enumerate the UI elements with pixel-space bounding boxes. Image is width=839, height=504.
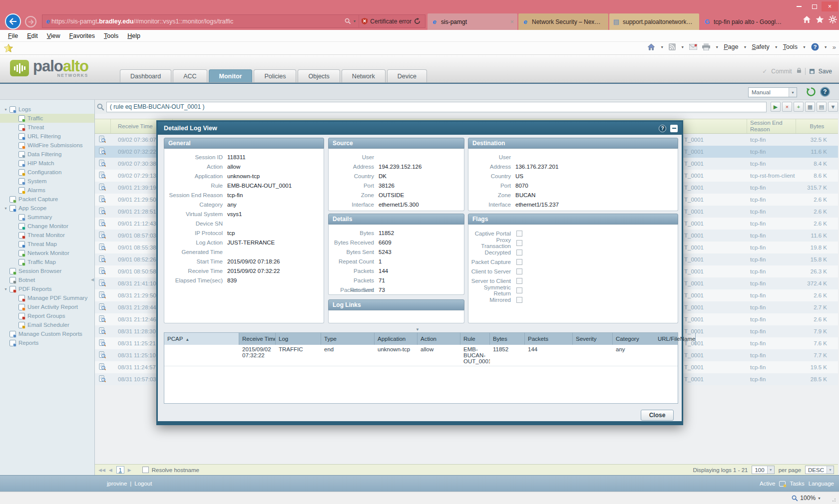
app-nav-tab[interactable]: Objects	[298, 69, 340, 82]
sidebar-item[interactable]: HIP Match	[0, 159, 94, 168]
flag-checkbox[interactable]	[516, 287, 522, 293]
mail-icon[interactable]	[689, 44, 697, 50]
page-help-icon[interactable]: ?	[820, 87, 830, 97]
related-log-row[interactable]: 2015/09/02 07:32:22TRAFFICendunknown-tcp…	[164, 345, 678, 366]
app-nav-tab[interactable]: Dashboard	[120, 69, 171, 82]
menu-item[interactable]: Edit	[23, 31, 42, 40]
safety-menu[interactable]: Safety	[752, 43, 769, 50]
help-icon[interactable]: ?	[811, 43, 819, 51]
log-detail-icon[interactable]	[95, 208, 111, 216]
log-detail-icon[interactable]	[95, 375, 111, 383]
flag-checkbox[interactable]	[516, 268, 522, 274]
home-icon[interactable]	[647, 43, 655, 50]
print-icon[interactable]	[702, 43, 710, 50]
sidebar-item[interactable]: Summary	[0, 213, 94, 222]
tree-expand-icon[interactable]: ▼	[4, 207, 9, 210]
window-maximize-button[interactable]	[807, 1, 822, 11]
export-icon[interactable]: ▼	[828, 102, 838, 112]
menu-item[interactable]: Favorites	[65, 31, 99, 40]
add-favorite-star-icon[interactable]	[4, 44, 13, 52]
print-dropdown-icon[interactable]: ▼	[715, 45, 719, 49]
first-page-icon[interactable]: ◀◀	[98, 468, 105, 473]
log-detail-icon[interactable]	[95, 315, 111, 323]
menu-item[interactable]: Tools	[100, 31, 122, 40]
flag-checkbox[interactable]	[516, 278, 522, 284]
log-detail-icon[interactable]	[95, 232, 111, 240]
url-text[interactable]: https://sis-pamgt.bradley.edu/#monitor::…	[51, 18, 342, 25]
related-logs-column-header[interactable]: Log	[276, 333, 321, 345]
zoom-dropdown-icon[interactable]: ▼	[818, 497, 821, 500]
sidebar-item[interactable]: Manage Custom Reports	[0, 329, 94, 338]
related-logs-column-header[interactable]: Severity	[573, 333, 613, 345]
refresh-mode-dropdown[interactable]: Manual ▼	[748, 87, 797, 97]
sidebar-item[interactable]: Change Monitor	[0, 222, 94, 231]
browser-tab[interactable]: tcp-fin palo alto - Google S...	[700, 13, 790, 30]
tasks-icon[interactable]	[779, 481, 786, 487]
sidebar-item[interactable]: Configuration	[0, 168, 94, 177]
address-bar[interactable]: https://sis-pamgt.bradley.edu/#monitor::…	[42, 14, 425, 28]
log-detail-icon[interactable]	[95, 184, 111, 192]
browser-tab[interactable]: Network Security – Next Ge...	[518, 13, 608, 30]
related-logs-column-header[interactable]: Category	[613, 333, 655, 345]
apply-filter-icon[interactable]: ▶	[771, 102, 781, 112]
language-link[interactable]: Language	[809, 481, 834, 487]
related-logs-column-header[interactable]: Application	[375, 333, 418, 345]
sidebar-item[interactable]: ▼ PDF Reports	[0, 284, 94, 293]
sidebar-item[interactable]: WildFire Submissions	[0, 141, 94, 150]
sidebar-item[interactable]: ▼ Logs	[0, 105, 94, 114]
current-page-number[interactable]: 1	[116, 466, 124, 474]
chevron-down-icon[interactable]: ▼	[827, 466, 834, 474]
favorites-star-icon[interactable]	[816, 15, 824, 23]
tree-expand-icon[interactable]: ▼	[4, 287, 9, 291]
chevron-down-icon[interactable]: ▼	[767, 466, 774, 474]
back-button[interactable]	[5, 13, 21, 29]
log-detail-icon[interactable]	[95, 148, 111, 156]
resize-grip[interactable]	[832, 497, 837, 502]
log-detail-icon[interactable]	[95, 291, 111, 299]
sidebar-item[interactable]: Traffic Map	[0, 257, 94, 266]
log-detail-icon[interactable]	[95, 196, 111, 204]
sidebar-item[interactable]: Traffic	[0, 114, 94, 123]
window-close-button[interactable]: ×	[822, 1, 838, 11]
save-filter-icon[interactable]: ▦	[805, 102, 815, 112]
page-menu[interactable]: Page	[724, 43, 738, 50]
flag-checkbox[interactable]	[516, 297, 522, 303]
related-logs-column-header[interactable]: Action	[418, 333, 460, 345]
tasks-link[interactable]: Tasks	[790, 481, 804, 487]
sort-order-dropdown[interactable]: DESC▼	[805, 466, 834, 474]
related-logs-column-header[interactable]: Bytes	[490, 333, 525, 345]
logout-link[interactable]: Logout	[134, 481, 152, 487]
sidebar-item[interactable]: ▼ App Scope	[0, 204, 94, 213]
sidebar-item[interactable]: Email Scheduler	[0, 320, 94, 329]
related-logs-column-header[interactable]: Packets	[525, 333, 573, 345]
log-detail-icon[interactable]	[95, 363, 111, 371]
sidebar-item[interactable]: Threat Monitor	[0, 231, 94, 240]
related-logs-column-header[interactable]: Type	[321, 333, 375, 345]
search-controls[interactable]: ▼	[342, 15, 359, 27]
sidebar-item[interactable]: User Activity Report	[0, 302, 94, 311]
sidebar-item[interactable]: Network Monitor	[0, 249, 94, 257]
refresh-logs-icon[interactable]	[806, 87, 816, 97]
sidebar-item[interactable]: URL Filtering	[0, 132, 94, 141]
commit-button[interactable]: Commit	[771, 68, 792, 75]
flag-checkbox[interactable]	[516, 240, 522, 246]
tools-menu[interactable]: Tools	[783, 43, 798, 50]
certificate-error-badge[interactable]: Certificate error	[359, 15, 423, 27]
load-filter-icon[interactable]: ▤	[817, 102, 827, 112]
log-detail-icon[interactable]	[95, 136, 111, 144]
clear-filter-icon[interactable]: ×	[782, 102, 792, 112]
menu-item[interactable]: Help	[123, 31, 144, 40]
rule-column-header[interactable]	[684, 119, 747, 133]
log-detail-icon[interactable]	[95, 244, 111, 252]
sidebar-item[interactable]: Alarms	[0, 186, 94, 195]
window-minimize-button[interactable]	[792, 1, 806, 11]
next-page-icon[interactable]: ▶	[128, 468, 131, 473]
flag-checkbox[interactable]	[516, 259, 522, 265]
dialog-minimize-icon[interactable]	[670, 125, 678, 132]
log-detail-icon[interactable]	[95, 172, 111, 180]
log-detail-icon[interactable]	[95, 220, 111, 228]
home-dropdown-icon[interactable]: ▼	[660, 45, 664, 49]
related-logs-column-header[interactable]: Rule	[460, 333, 490, 345]
tree-expand-icon[interactable]: ▼	[4, 108, 9, 111]
log-detail-icon[interactable]	[95, 160, 111, 168]
